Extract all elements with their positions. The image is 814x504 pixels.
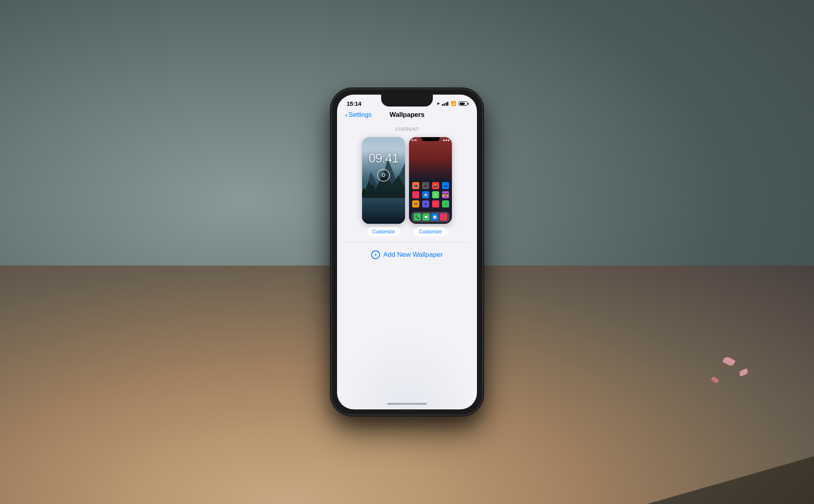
- add-wallpaper-icon: +: [371, 250, 380, 259]
- wallpaper-pair: 09:41 D Customize: [337, 137, 477, 236]
- home-indicator[interactable]: [387, 403, 427, 405]
- lock-customize-button[interactable]: Customize: [367, 227, 401, 236]
- content-divider: [345, 242, 469, 242]
- iphone-frame: 15:14 ➤ 📶: [331, 89, 483, 415]
- app-row-3: 🎮 A ❤️ +: [411, 200, 450, 207]
- lock-water: [362, 198, 405, 224]
- app-icon-3: 📷: [432, 182, 439, 189]
- lock-depth-widget: D: [377, 169, 390, 182]
- phone-wrapper: 15:14 ➤ 📶: [331, 89, 483, 415]
- battery-icon: [459, 101, 467, 106]
- dock-icon-safari: 🧭: [431, 213, 438, 221]
- app-icon-12: +: [442, 200, 449, 207]
- app-icon-4: 🗂: [442, 182, 449, 189]
- home-status-dot-3: [448, 140, 450, 141]
- back-button[interactable]: ‹ Settings: [345, 111, 372, 119]
- lock-screen-preview[interactable]: 09:41 D: [362, 137, 405, 224]
- battery-fill: [460, 103, 465, 105]
- content-area: CURRENT 09:41: [337, 123, 477, 269]
- home-status-dot-2: [446, 140, 447, 141]
- app-icon-11: ❤️: [432, 200, 439, 207]
- nav-bar: ‹ Settings Wallpapers: [337, 109, 477, 123]
- home-screen-preview[interactable]: 9:41 📺: [409, 137, 452, 224]
- nav-title: Wallpapers: [390, 111, 424, 119]
- app-icon-7: 🔋: [432, 191, 439, 198]
- app-icon-8: 👨‍👩: [442, 191, 449, 198]
- dock-icon-music: 🎵: [440, 213, 447, 221]
- dock-icon-phone: 📞: [414, 213, 421, 221]
- home-status-icons: [443, 140, 450, 141]
- home-screen-item: 9:41 📺: [409, 137, 452, 236]
- location-arrow-icon: ➤: [436, 101, 440, 106]
- home-dock: 📞 💬 🧭 🎵: [411, 212, 450, 222]
- add-wallpaper-row[interactable]: + Add New Wallpaper: [337, 244, 477, 266]
- home-screen-background: 9:41 📺: [409, 137, 452, 224]
- add-wallpaper-label: Add New Wallpaper: [383, 251, 443, 259]
- home-apps-area: 📺 23 📷 🗂 🎵 🏠 🔋 �: [411, 182, 450, 216]
- app-row-2: 🎵 🏠 🔋 👨‍👩: [411, 191, 450, 198]
- dock-icon-messages: 💬: [423, 213, 430, 221]
- back-label: Settings: [349, 111, 372, 118]
- app-icon-1: 📺: [412, 182, 419, 189]
- signal-bars-icon: [442, 102, 449, 106]
- lock-screen-time: 09:41: [362, 151, 405, 166]
- chevron-left-icon: ‹: [345, 111, 347, 119]
- home-customize-button[interactable]: Customize: [414, 227, 448, 236]
- home-status-time: 9:41: [411, 139, 417, 142]
- home-notch: [421, 137, 440, 141]
- app-icon-5: 🎵: [412, 191, 419, 198]
- status-icons: ➤ 📶: [436, 101, 468, 106]
- app-row-1: 📺 23 📷 🗂: [411, 182, 450, 189]
- app-icon-10: A: [422, 200, 429, 207]
- app-icon-2: 23: [422, 182, 429, 189]
- home-bird-background: [409, 137, 452, 180]
- wifi-icon: 📶: [451, 101, 456, 106]
- iphone-screen: 15:14 ➤ 📶: [337, 95, 477, 409]
- lock-screen-item: 09:41 D Customize: [362, 137, 405, 236]
- screen-fog: [337, 330, 477, 409]
- app-icon-9: 🎮: [412, 200, 419, 207]
- app-icon-6: 🏠: [422, 191, 429, 198]
- lock-screen-background: 09:41 D: [362, 137, 405, 224]
- current-section-label: CURRENT: [337, 127, 477, 132]
- home-status-dot-1: [443, 140, 445, 141]
- plus-icon: +: [374, 252, 377, 258]
- status-time: 15:14: [347, 100, 361, 107]
- notch: [381, 95, 433, 107]
